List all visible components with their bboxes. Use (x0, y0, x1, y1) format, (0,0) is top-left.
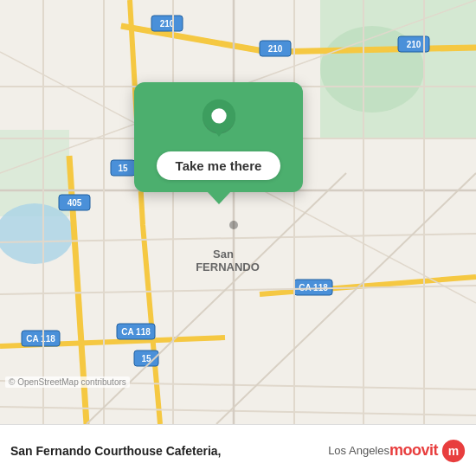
svg-text:CA 118: CA 118 (121, 327, 151, 337)
svg-text:210: 210 (407, 40, 421, 49)
map-attribution: © OpenStreetMap contributors (5, 376, 130, 388)
map-svg: 210 210 210 405 15 15 CA 118 CA 118 CA 1… (0, 0, 476, 424)
location-name: San Fernando Courthouse Cafeteria, (10, 444, 325, 458)
svg-point-46 (211, 108, 226, 123)
svg-text:CA 118: CA 118 (26, 334, 55, 344)
moovit-icon: m (441, 439, 466, 463)
location-city: Los Angeles (328, 444, 389, 457)
take-me-there-button[interactable]: Take me there (157, 151, 281, 180)
bottom-bar: San Fernando Courthouse Cafeteria, Los A… (0, 424, 476, 476)
svg-text:15: 15 (118, 164, 128, 173)
svg-text:FERNANDO: FERNANDO (196, 261, 260, 273)
svg-text:San: San (213, 248, 234, 261)
map-container: 210 210 210 405 15 15 CA 118 CA 118 CA 1… (0, 0, 476, 424)
svg-text:405: 405 (68, 198, 82, 208)
svg-point-43 (229, 221, 238, 229)
location-pin-icon (196, 98, 241, 143)
moovit-logo: moovit m (389, 439, 466, 463)
popup-card: Take me there (134, 82, 303, 192)
svg-text:m: m (448, 444, 459, 458)
svg-text:210: 210 (268, 44, 283, 54)
moovit-text: moovit (389, 441, 438, 460)
